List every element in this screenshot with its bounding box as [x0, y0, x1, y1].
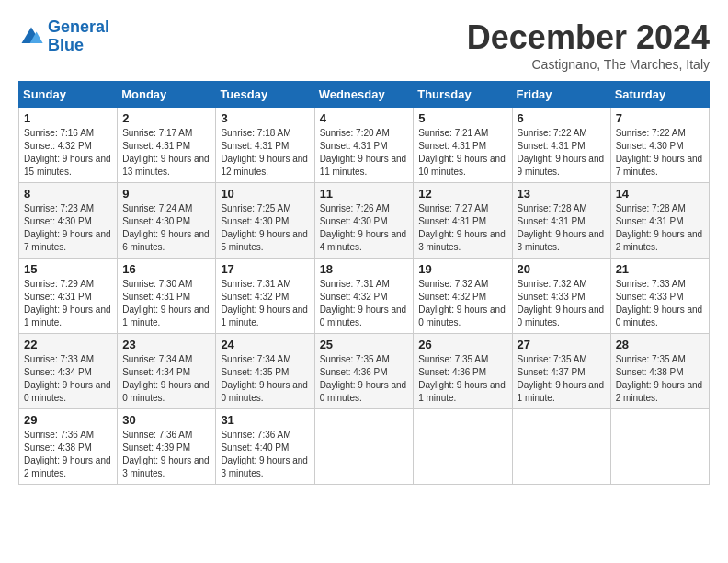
day-number: 22 [24, 338, 112, 351]
day-info: Sunrise: 7:34 AMSunset: 4:34 PMDaylight:… [122, 353, 210, 405]
day-number: 21 [616, 262, 704, 276]
day-info: Sunrise: 7:36 AMSunset: 4:40 PMDaylight:… [221, 429, 309, 480]
day-info: Sunrise: 7:20 AMSunset: 4:31 PMDaylight:… [320, 127, 409, 178]
week-row-3: 15 Sunrise: 7:29 AMSunset: 4:31 PMDaylig… [19, 259, 710, 334]
day-cell-9: 9 Sunrise: 7:24 AMSunset: 4:30 PMDayligh… [118, 183, 216, 259]
day-number: 9 [122, 187, 210, 201]
day-number: 28 [616, 338, 704, 351]
day-number: 7 [616, 111, 704, 125]
col-saturday: Saturday [610, 82, 709, 108]
week-row-4: 22 Sunrise: 7:33 AMSunset: 4:34 PMDaylig… [19, 334, 710, 409]
day-info: Sunrise: 7:24 AMSunset: 4:30 PMDaylight:… [122, 202, 210, 254]
day-number: 30 [122, 413, 210, 427]
day-number: 11 [320, 187, 409, 201]
day-number: 12 [418, 187, 506, 201]
day-info: Sunrise: 7:36 AMSunset: 4:38 PMDaylight:… [24, 429, 112, 480]
week-row-1: 1 Sunrise: 7:16 AMSunset: 4:32 PMDayligh… [19, 108, 710, 183]
day-number: 4 [320, 111, 409, 125]
empty-cell [512, 409, 610, 485]
day-number: 27 [518, 338, 606, 351]
day-cell-29: 29 Sunrise: 7:36 AMSunset: 4:38 PMDaylig… [19, 409, 118, 485]
calendar-table: Sunday Monday Tuesday Wednesday Thursday… [18, 81, 710, 485]
day-info: Sunrise: 7:35 AMSunset: 4:36 PMDaylight:… [418, 353, 506, 405]
day-cell-16: 16 Sunrise: 7:30 AMSunset: 4:31 PMDaylig… [118, 259, 216, 334]
day-number: 20 [518, 262, 606, 276]
title-block: December 2024 Castignano, The Marches, I… [467, 18, 710, 72]
empty-cell [610, 409, 709, 485]
day-cell-21: 21 Sunrise: 7:33 AMSunset: 4:33 PMDaylig… [610, 259, 709, 334]
day-cell-19: 19 Sunrise: 7:32 AMSunset: 4:32 PMDaylig… [414, 259, 512, 334]
day-info: Sunrise: 7:22 AMSunset: 4:31 PMDaylight:… [518, 127, 606, 178]
page-header: General Blue December 2024 Castignano, T… [18, 18, 710, 72]
day-number: 14 [616, 187, 704, 201]
day-cell-31: 31 Sunrise: 7:36 AMSunset: 4:40 PMDaylig… [216, 409, 314, 485]
day-cell-18: 18 Sunrise: 7:31 AMSunset: 4:32 PMDaylig… [314, 259, 414, 334]
day-number: 23 [122, 338, 210, 351]
month-title: December 2024 [467, 18, 710, 57]
logo-general: General [48, 17, 109, 36]
day-info: Sunrise: 7:33 AMSunset: 4:33 PMDaylight:… [616, 278, 704, 329]
day-number: 16 [122, 262, 210, 276]
day-number: 3 [221, 111, 309, 125]
day-cell-4: 4 Sunrise: 7:20 AMSunset: 4:31 PMDayligh… [314, 108, 414, 183]
empty-cell [414, 409, 512, 485]
day-cell-11: 11 Sunrise: 7:26 AMSunset: 4:30 PMDaylig… [314, 183, 414, 259]
col-friday: Friday [512, 82, 610, 108]
logo-blue: Blue [48, 37, 109, 55]
day-cell-30: 30 Sunrise: 7:36 AMSunset: 4:39 PMDaylig… [118, 409, 216, 485]
day-info: Sunrise: 7:31 AMSunset: 4:32 PMDaylight:… [221, 278, 309, 329]
day-cell-15: 15 Sunrise: 7:29 AMSunset: 4:31 PMDaylig… [19, 259, 118, 334]
week-row-5: 29 Sunrise: 7:36 AMSunset: 4:38 PMDaylig… [19, 409, 710, 485]
day-info: Sunrise: 7:35 AMSunset: 4:38 PMDaylight:… [616, 353, 704, 405]
empty-cell [314, 409, 414, 485]
day-info: Sunrise: 7:36 AMSunset: 4:39 PMDaylight:… [122, 429, 210, 480]
day-cell-2: 2 Sunrise: 7:17 AMSunset: 4:31 PMDayligh… [118, 108, 216, 183]
day-number: 18 [320, 262, 409, 276]
day-info: Sunrise: 7:30 AMSunset: 4:31 PMDaylight:… [122, 278, 210, 329]
day-info: Sunrise: 7:23 AMSunset: 4:30 PMDaylight:… [24, 202, 112, 254]
day-number: 15 [24, 262, 112, 276]
day-number: 24 [221, 338, 309, 351]
day-number: 1 [24, 111, 112, 125]
day-cell-28: 28 Sunrise: 7:35 AMSunset: 4:38 PMDaylig… [610, 334, 709, 409]
day-cell-22: 22 Sunrise: 7:33 AMSunset: 4:34 PMDaylig… [19, 334, 118, 409]
col-thursday: Thursday [414, 82, 512, 108]
day-info: Sunrise: 7:35 AMSunset: 4:36 PMDaylight:… [320, 353, 409, 405]
day-number: 13 [518, 187, 606, 201]
calendar-header-row: Sunday Monday Tuesday Wednesday Thursday… [19, 82, 710, 108]
day-cell-27: 27 Sunrise: 7:35 AMSunset: 4:37 PMDaylig… [512, 334, 610, 409]
day-cell-1: 1 Sunrise: 7:16 AMSunset: 4:32 PMDayligh… [19, 108, 118, 183]
day-info: Sunrise: 7:34 AMSunset: 4:35 PMDaylight:… [221, 353, 309, 405]
day-info: Sunrise: 7:25 AMSunset: 4:30 PMDaylight:… [221, 202, 309, 254]
day-info: Sunrise: 7:32 AMSunset: 4:33 PMDaylight:… [518, 278, 606, 329]
day-number: 2 [122, 111, 210, 125]
day-number: 31 [221, 413, 309, 427]
week-row-2: 8 Sunrise: 7:23 AMSunset: 4:30 PMDayligh… [19, 183, 710, 259]
day-cell-25: 25 Sunrise: 7:35 AMSunset: 4:36 PMDaylig… [314, 334, 414, 409]
day-number: 25 [320, 338, 409, 351]
day-number: 26 [418, 338, 506, 351]
day-info: Sunrise: 7:28 AMSunset: 4:31 PMDaylight:… [616, 202, 704, 254]
day-cell-17: 17 Sunrise: 7:31 AMSunset: 4:32 PMDaylig… [216, 259, 314, 334]
logo-icon [18, 24, 44, 50]
day-info: Sunrise: 7:27 AMSunset: 4:31 PMDaylight:… [418, 202, 506, 254]
day-number: 19 [418, 262, 506, 276]
day-info: Sunrise: 7:21 AMSunset: 4:31 PMDaylight:… [418, 127, 506, 178]
day-number: 29 [24, 413, 112, 427]
day-cell-23: 23 Sunrise: 7:34 AMSunset: 4:34 PMDaylig… [118, 334, 216, 409]
day-number: 17 [221, 262, 309, 276]
col-wednesday: Wednesday [314, 82, 414, 108]
day-info: Sunrise: 7:28 AMSunset: 4:31 PMDaylight:… [518, 202, 606, 254]
day-number: 10 [221, 187, 309, 201]
day-cell-8: 8 Sunrise: 7:23 AMSunset: 4:30 PMDayligh… [19, 183, 118, 259]
day-number: 6 [518, 111, 606, 125]
day-info: Sunrise: 7:29 AMSunset: 4:31 PMDaylight:… [24, 278, 112, 329]
day-cell-14: 14 Sunrise: 7:28 AMSunset: 4:31 PMDaylig… [610, 183, 709, 259]
day-cell-20: 20 Sunrise: 7:32 AMSunset: 4:33 PMDaylig… [512, 259, 610, 334]
day-number: 5 [418, 111, 506, 125]
day-cell-10: 10 Sunrise: 7:25 AMSunset: 4:30 PMDaylig… [216, 183, 314, 259]
day-info: Sunrise: 7:33 AMSunset: 4:34 PMDaylight:… [24, 353, 112, 405]
day-info: Sunrise: 7:35 AMSunset: 4:37 PMDaylight:… [518, 353, 606, 405]
day-cell-24: 24 Sunrise: 7:34 AMSunset: 4:35 PMDaylig… [216, 334, 314, 409]
day-cell-13: 13 Sunrise: 7:28 AMSunset: 4:31 PMDaylig… [512, 183, 610, 259]
